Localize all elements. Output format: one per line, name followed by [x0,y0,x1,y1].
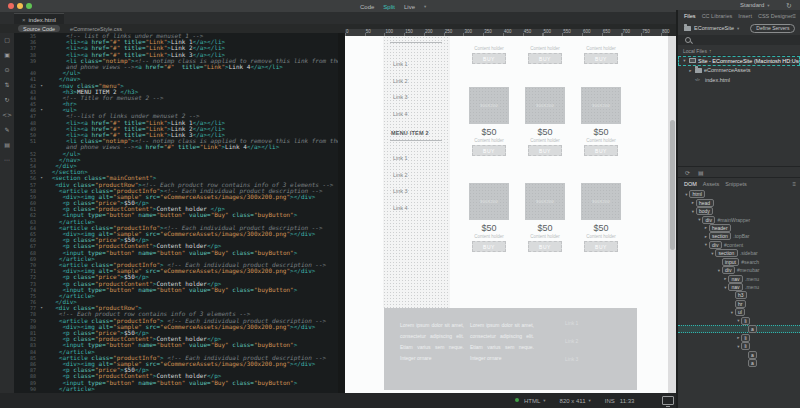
dom-tag-pill[interactable]: div [722,266,735,274]
open-documents-icon[interactable]: ▣ [4,52,10,58]
window-size-selector[interactable]: 820 x 411 [560,398,586,404]
caret-closed-icon[interactable]: ▸ [704,234,709,239]
edit-icon[interactable]: ✎ [4,127,9,133]
dom-tree-item[interactable]: ▾div#menubar [678,266,800,274]
sidebar-link[interactable]: Link 2 [393,78,408,84]
buy-button[interactable]: BUY [472,145,506,156]
split-view-button[interactable]: Split [383,4,395,10]
more-icon[interactable]: ⋯ [4,157,10,163]
fold-arrow[interactable]: ▾ [40,83,43,89]
caret-closed-icon[interactable]: ▸ [691,200,696,205]
dom-tag-pill[interactable]: li [741,342,750,350]
tab-insert[interactable]: Insert [738,13,752,19]
dom-tree-item[interactable]: ▾nav.menu [678,283,800,291]
file-tree-item[interactable]: </>index.html [678,75,800,85]
tab-files[interactable]: Files [684,13,696,19]
source-code-button[interactable]: Source Code [18,25,60,32]
dom-tree-item[interactable]: input#search [678,258,800,266]
dom-tree-item[interactable]: ▾ul [678,308,800,316]
close-tab-icon[interactable]: × [22,17,26,23]
sidebar-link[interactable]: Link 3 [393,94,408,100]
define-servers-button[interactable]: Define Servers [750,24,795,33]
footer-link[interactable]: Link 1 [565,320,578,326]
caret-open-icon[interactable]: ▾ [704,242,709,247]
sidebar-link[interactable]: Link 2 [393,172,408,178]
dom-tree-item[interactable]: ▸section.topBar [678,232,800,240]
code-navigator-icon[interactable]: <> [2,112,12,118]
cc-sync-icon[interactable]: ↻ [786,2,792,10]
code-view-button[interactable]: Code [360,4,374,10]
sidebar-link[interactable]: Link 4 [393,111,408,117]
dom-tag-pill[interactable]: section [709,232,732,240]
dom-tag-pill[interactable]: html [689,190,705,198]
dom-tree-item[interactable]: a [678,359,800,367]
dom-tag-pill[interactable]: li [741,317,750,325]
file-log-icon[interactable]: ▤ [698,169,704,176]
code-scrollbar[interactable] [338,33,345,393]
dom-tree-item[interactable]: ▸header [678,224,800,232]
code-line[interactable]: 90 </article> [14,386,338,392]
buy-button[interactable]: BUY [472,53,506,64]
dom-tree-item[interactable]: ▾html [678,190,800,198]
buy-button[interactable]: BUY [472,241,506,252]
caret-open-icon[interactable]: ▾ [691,209,696,214]
css-file-button[interactable]: eCommerceStyle.css [70,26,122,32]
buy-button[interactable]: BUY [528,145,562,156]
file-tree-item[interactable]: ▾Site - ECommerceSite (Macintosh HD:User… [678,56,800,66]
workspace-switcher[interactable]: Standard ▾ [740,2,770,8]
dom-tree-item[interactable]: ▾div#content [678,241,800,249]
dom-tag-pill[interactable]: input [722,258,740,266]
caret-open-icon[interactable]: ▾ [717,268,722,273]
snippets-icon[interactable]: ▤ [4,142,10,148]
device-preview-icon[interactable] [662,396,674,405]
dom-tag-pill[interactable]: nav [728,275,743,283]
dom-tag-pill[interactable]: div [709,241,722,249]
tab-snippets[interactable]: Snippets [725,181,746,187]
find-icon[interactable]: ⊙ [4,67,9,73]
dom-tag-pill[interactable]: a [748,325,758,333]
dom-tree-item[interactable]: ▾li [678,317,800,325]
dom-tag-pill[interactable]: h3 [735,291,748,299]
site-dropdown-caret-icon[interactable]: ▾ [737,26,739,31]
dom-tree-item[interactable]: ▸nav.menu [678,274,800,282]
caret-open-icon[interactable]: ▾ [682,58,687,63]
tab-cc-libraries[interactable]: CC Libraries [702,13,733,19]
tab-dom[interactable]: DOM [684,181,697,187]
buy-button[interactable]: BUY [528,53,562,64]
dom-tree-item[interactable]: ▸head [678,198,800,206]
dom-tree-item[interactable]: ▾div#mainWrapper [678,215,800,223]
buy-button[interactable]: BUY [584,241,618,252]
file-tree-item[interactable]: ▸eCommerceAssets [678,66,800,76]
dom-tag-pill[interactable]: body [696,207,714,215]
dom-tree-item[interactable]: ▾section.sidebar [678,249,800,257]
dom-tag-pill[interactable]: a [748,351,758,359]
dom-tree-item[interactable]: h3 [678,291,800,299]
sidebar-link[interactable]: Link 3 [393,188,408,194]
live-view-button[interactable]: Live [404,4,415,10]
buy-button[interactable]: BUY [528,241,562,252]
dom-tag-pill[interactable]: hr [735,300,746,308]
caret-closed-icon[interactable]: ▸ [704,225,709,230]
code-editor[interactable]: 35 <!-- list of links under menuset 1 --… [14,33,338,393]
caret-closed-icon[interactable]: ▸ [688,68,693,73]
live-view-scrollbar-thumb[interactable] [670,120,675,250]
close-window-icon[interactable] [8,3,14,9]
dom-tree-item[interactable]: ▸li [678,333,800,341]
caret-open-icon[interactable]: ▾ [730,310,735,315]
dom-tree-item[interactable]: a [678,350,800,358]
dom-tag-pill[interactable]: section [715,249,738,257]
fold-arrow[interactable]: ▾ [40,175,43,181]
new-file-icon[interactable]: ▢ [4,37,10,43]
dom-tag-pill[interactable]: ul [735,308,746,316]
panel-menu-icon[interactable]: ≡ [792,181,796,187]
panel-menu-icon[interactable]: ≡ [792,13,796,19]
dom-tree-item[interactable]: ▾li [678,342,800,350]
dom-tag-pill[interactable]: header [709,224,732,232]
dom-tree-item[interactable]: hr [678,300,800,308]
dom-tree-item[interactable]: ▾body [678,207,800,215]
buy-button[interactable]: BUY [584,145,618,156]
live-view-page[interactable]: Link 1Link 2Link 3Link 4MENU ITEM 2Link … [345,36,668,393]
dom-tree-item[interactable]: a [678,325,800,333]
local-files-header[interactable]: Local Files ↑ [678,46,800,56]
dom-tag-pill[interactable]: li [741,334,750,342]
